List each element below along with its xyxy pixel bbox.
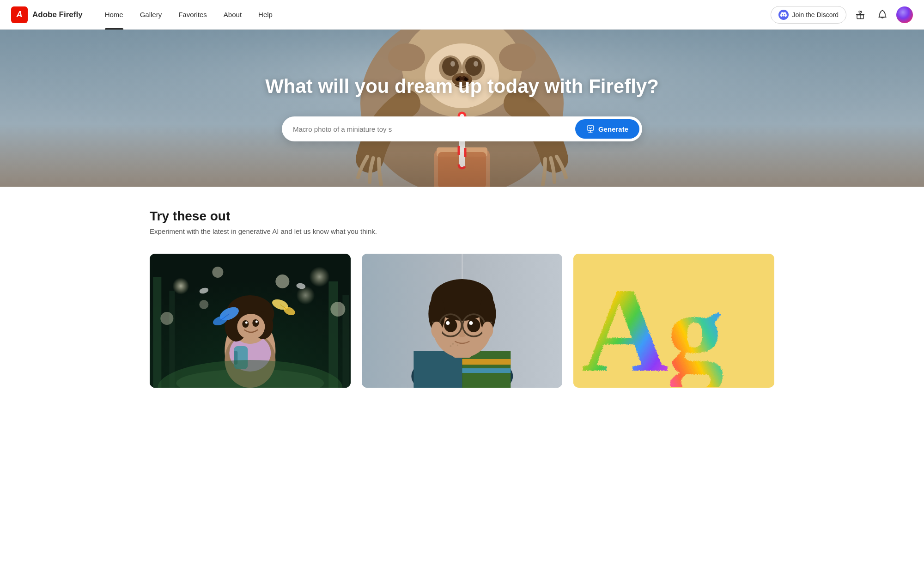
svg-point-33	[172, 278, 189, 294]
card-man-split[interactable]	[362, 254, 563, 388]
nav-gallery[interactable]: Gallery	[133, 0, 170, 30]
svg-rect-72	[462, 368, 511, 373]
svg-point-38	[212, 267, 223, 278]
discord-icon	[778, 10, 789, 20]
nav-links: Home Gallery Favorites About Help	[97, 0, 771, 30]
cards-grid: A g	[150, 254, 774, 388]
brand[interactable]: A Adobe Firefly	[11, 6, 83, 23]
svg-point-37	[296, 286, 315, 305]
bell-icon	[878, 10, 887, 20]
svg-text:g: g	[667, 270, 724, 387]
svg-rect-29	[153, 277, 161, 388]
girl-illustration	[150, 254, 351, 388]
brand-name: Adobe Firefly	[32, 10, 83, 19]
search-bar: Generate	[282, 116, 642, 141]
nav-favorites[interactable]: Favorites	[171, 0, 214, 30]
user-avatar[interactable]	[896, 6, 913, 23]
svg-point-84	[467, 318, 480, 332]
section-title: Try these out	[150, 209, 774, 224]
man-illustration	[362, 254, 563, 388]
nav-help[interactable]: Help	[251, 0, 280, 30]
discord-label: Join the Discord	[792, 11, 839, 18]
svg-point-53	[252, 319, 259, 327]
svg-point-52	[242, 320, 249, 328]
svg-point-55	[255, 321, 258, 323]
svg-point-83	[444, 318, 457, 332]
notification-button[interactable]	[874, 6, 891, 23]
svg-point-2	[882, 10, 883, 11]
generate-button[interactable]: Generate	[575, 119, 639, 139]
prompt-input[interactable]	[293, 125, 575, 133]
card-text-effects[interactable]: A g	[573, 254, 774, 388]
svg-point-90	[456, 345, 458, 346]
svg-point-39	[275, 274, 289, 288]
svg-point-36	[160, 312, 173, 325]
nav-about[interactable]: About	[216, 0, 249, 30]
svg-point-91	[450, 345, 451, 347]
svg-point-35	[330, 302, 345, 317]
svg-point-88	[482, 322, 493, 338]
svg-point-85	[446, 321, 450, 325]
svg-point-87	[431, 322, 442, 338]
adobe-logo-icon: A	[11, 6, 28, 23]
ag-svg: A g	[573, 254, 774, 387]
svg-point-54	[245, 322, 248, 324]
hero-title: What will you dream up today with Firefl…	[265, 75, 659, 98]
generate-label: Generate	[598, 125, 628, 133]
svg-point-89	[452, 343, 454, 345]
nav-right: Join the Discord	[771, 6, 913, 24]
gift-icon	[855, 10, 865, 20]
ag-display: A g	[573, 254, 774, 388]
navbar: A Adobe Firefly Home Gallery Favorites A…	[0, 0, 924, 30]
svg-rect-31	[328, 281, 338, 388]
svg-point-51	[237, 314, 265, 340]
discord-button[interactable]: Join the Discord	[771, 6, 846, 24]
svg-point-34	[309, 267, 329, 287]
section-subtitle: Experiment with the latest in generative…	[150, 227, 774, 235]
card-girl-butterflies[interactable]	[150, 254, 351, 388]
hero-section: What will you dream up today with Firefl…	[0, 30, 924, 187]
svg-rect-27	[587, 126, 594, 130]
svg-point-86	[469, 321, 473, 325]
svg-point-40	[199, 300, 208, 309]
hero-content: What will you dream up today with Firefl…	[0, 30, 924, 187]
svg-rect-71	[462, 359, 511, 365]
generate-icon	[586, 125, 595, 133]
main-content: Try these out Experiment with the latest…	[139, 187, 785, 415]
nav-home[interactable]: Home	[97, 0, 131, 30]
svg-text:A: A	[582, 263, 669, 387]
gift-button[interactable]	[852, 6, 869, 23]
